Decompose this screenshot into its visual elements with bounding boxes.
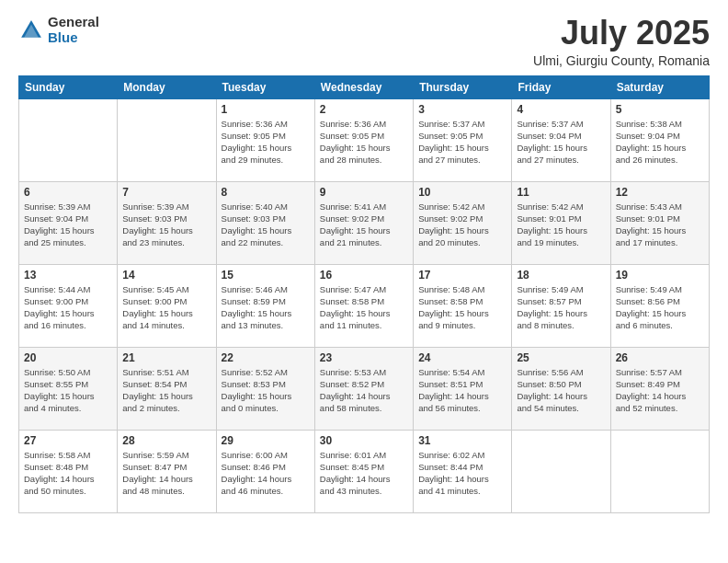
calendar-table: SundayMondayTuesdayWednesdayThursdayFrid…	[18, 75, 710, 513]
calendar-cell: 8Sunrise: 5:40 AM Sunset: 9:03 PM Daylig…	[216, 181, 314, 264]
day-number: 31	[418, 434, 506, 447]
calendar-day-header: Monday	[118, 75, 216, 98]
title-area: July 2025 Ulmi, Giurgiu County, Romania	[533, 15, 710, 68]
day-info: Sunrise: 5:37 AM Sunset: 9:04 PM Dayligh…	[517, 118, 605, 167]
day-info: Sunrise: 5:36 AM Sunset: 9:05 PM Dayligh…	[222, 118, 310, 167]
location-title: Ulmi, Giurgiu County, Romania	[533, 53, 710, 68]
day-number: 23	[320, 351, 408, 364]
calendar-day-header: Sunday	[19, 75, 118, 98]
calendar-cell: 7Sunrise: 5:39 AM Sunset: 9:03 PM Daylig…	[118, 181, 216, 264]
calendar-cell: 5Sunrise: 5:38 AM Sunset: 9:04 PM Daylig…	[610, 98, 709, 181]
month-title: July 2025	[533, 15, 710, 52]
calendar-day-header: Wednesday	[314, 75, 413, 98]
day-info: Sunrise: 5:38 AM Sunset: 9:04 PM Dayligh…	[616, 118, 704, 167]
day-number: 14	[122, 269, 210, 282]
calendar-day-header: Saturday	[610, 75, 709, 98]
day-number: 15	[222, 269, 310, 282]
day-number: 5	[616, 103, 704, 116]
day-info: Sunrise: 5:50 AM Sunset: 8:55 PM Dayligh…	[24, 366, 112, 415]
calendar-cell: 18Sunrise: 5:49 AM Sunset: 8:57 PM Dayli…	[512, 264, 610, 347]
calendar-week-row: 1Sunrise: 5:36 AM Sunset: 9:05 PM Daylig…	[19, 98, 710, 181]
calendar-cell: 14Sunrise: 5:45 AM Sunset: 9:00 PM Dayli…	[118, 264, 216, 347]
calendar-header-row: SundayMondayTuesdayWednesdayThursdayFrid…	[19, 75, 710, 98]
day-info: Sunrise: 5:36 AM Sunset: 9:05 PM Dayligh…	[320, 118, 408, 167]
day-info: Sunrise: 5:39 AM Sunset: 9:04 PM Dayligh…	[24, 201, 112, 249]
calendar-week-row: 27Sunrise: 5:58 AM Sunset: 8:48 PM Dayli…	[19, 430, 710, 512]
day-number: 10	[418, 186, 506, 199]
day-number: 24	[418, 351, 506, 364]
day-info: Sunrise: 6:02 AM Sunset: 8:44 PM Dayligh…	[418, 449, 506, 498]
page: General Blue July 2025 Ulmi, Giurgiu Cou…	[0, 0, 728, 563]
day-number: 12	[616, 186, 704, 199]
calendar-cell: 23Sunrise: 5:53 AM Sunset: 8:52 PM Dayli…	[314, 347, 413, 430]
day-info: Sunrise: 5:42 AM Sunset: 9:01 PM Dayligh…	[517, 201, 605, 249]
day-number: 1	[222, 103, 310, 116]
day-number: 18	[517, 269, 605, 282]
header: General Blue July 2025 Ulmi, Giurgiu Cou…	[18, 15, 710, 68]
calendar-cell	[610, 430, 709, 512]
day-info: Sunrise: 5:49 AM Sunset: 8:57 PM Dayligh…	[517, 283, 605, 332]
calendar-cell: 1Sunrise: 5:36 AM Sunset: 9:05 PM Daylig…	[216, 98, 314, 181]
day-info: Sunrise: 5:57 AM Sunset: 8:49 PM Dayligh…	[616, 366, 704, 415]
day-info: Sunrise: 5:54 AM Sunset: 8:51 PM Dayligh…	[418, 366, 506, 415]
calendar-cell: 4Sunrise: 5:37 AM Sunset: 9:04 PM Daylig…	[512, 98, 610, 181]
day-info: Sunrise: 5:51 AM Sunset: 8:54 PM Dayligh…	[122, 366, 210, 415]
day-number: 6	[24, 186, 112, 199]
calendar-cell: 12Sunrise: 5:43 AM Sunset: 9:01 PM Dayli…	[610, 181, 709, 264]
logo-icon	[18, 17, 44, 43]
calendar-week-row: 20Sunrise: 5:50 AM Sunset: 8:55 PM Dayli…	[19, 347, 710, 430]
day-number: 26	[616, 351, 704, 364]
calendar-cell: 24Sunrise: 5:54 AM Sunset: 8:51 PM Dayli…	[414, 347, 512, 430]
calendar-cell: 19Sunrise: 5:49 AM Sunset: 8:56 PM Dayli…	[610, 264, 709, 347]
calendar-cell: 17Sunrise: 5:48 AM Sunset: 8:58 PM Dayli…	[414, 264, 512, 347]
calendar-week-row: 13Sunrise: 5:44 AM Sunset: 9:00 PM Dayli…	[19, 264, 710, 347]
logo-blue-text: Blue	[48, 30, 99, 46]
calendar-cell	[118, 98, 216, 181]
day-info: Sunrise: 6:00 AM Sunset: 8:46 PM Dayligh…	[222, 449, 310, 498]
calendar-cell: 30Sunrise: 6:01 AM Sunset: 8:45 PM Dayli…	[314, 430, 413, 512]
day-info: Sunrise: 5:41 AM Sunset: 9:02 PM Dayligh…	[320, 201, 408, 249]
day-number: 3	[418, 103, 506, 116]
day-info: Sunrise: 5:53 AM Sunset: 8:52 PM Dayligh…	[320, 366, 408, 415]
day-info: Sunrise: 5:49 AM Sunset: 8:56 PM Dayligh…	[616, 283, 704, 332]
day-number: 22	[222, 351, 310, 364]
day-number: 16	[320, 269, 408, 282]
calendar-cell: 2Sunrise: 5:36 AM Sunset: 9:05 PM Daylig…	[314, 98, 413, 181]
day-number: 17	[418, 269, 506, 282]
day-number: 4	[517, 103, 605, 116]
logo-general-text: General	[48, 15, 99, 30]
calendar-cell: 15Sunrise: 5:46 AM Sunset: 8:59 PM Dayli…	[216, 264, 314, 347]
calendar-cell: 13Sunrise: 5:44 AM Sunset: 9:00 PM Dayli…	[19, 264, 118, 347]
calendar-week-row: 6Sunrise: 5:39 AM Sunset: 9:04 PM Daylig…	[19, 181, 710, 264]
calendar-cell: 16Sunrise: 5:47 AM Sunset: 8:58 PM Dayli…	[314, 264, 413, 347]
day-info: Sunrise: 5:52 AM Sunset: 8:53 PM Dayligh…	[222, 366, 310, 415]
day-info: Sunrise: 5:43 AM Sunset: 9:01 PM Dayligh…	[616, 201, 704, 249]
calendar-cell: 10Sunrise: 5:42 AM Sunset: 9:02 PM Dayli…	[414, 181, 512, 264]
day-number: 30	[320, 434, 408, 447]
day-number: 13	[24, 269, 112, 282]
day-number: 9	[320, 186, 408, 199]
calendar-cell: 26Sunrise: 5:57 AM Sunset: 8:49 PM Dayli…	[610, 347, 709, 430]
calendar-cell	[512, 430, 610, 512]
calendar-day-header: Friday	[512, 75, 610, 98]
day-info: Sunrise: 5:40 AM Sunset: 9:03 PM Dayligh…	[222, 201, 310, 249]
day-info: Sunrise: 5:39 AM Sunset: 9:03 PM Dayligh…	[122, 201, 210, 249]
calendar-cell: 6Sunrise: 5:39 AM Sunset: 9:04 PM Daylig…	[19, 181, 118, 264]
day-info: Sunrise: 5:44 AM Sunset: 9:00 PM Dayligh…	[24, 283, 112, 332]
calendar-cell	[19, 98, 118, 181]
logo-text: General Blue	[48, 15, 99, 45]
day-info: Sunrise: 5:46 AM Sunset: 8:59 PM Dayligh…	[222, 283, 310, 332]
calendar-cell: 3Sunrise: 5:37 AM Sunset: 9:05 PM Daylig…	[414, 98, 512, 181]
day-number: 8	[222, 186, 310, 199]
day-info: Sunrise: 5:47 AM Sunset: 8:58 PM Dayligh…	[320, 283, 408, 332]
day-number: 20	[24, 351, 112, 364]
day-number: 2	[320, 103, 408, 116]
day-info: Sunrise: 5:59 AM Sunset: 8:47 PM Dayligh…	[122, 449, 210, 498]
calendar-day-header: Thursday	[414, 75, 512, 98]
calendar-cell: 11Sunrise: 5:42 AM Sunset: 9:01 PM Dayli…	[512, 181, 610, 264]
calendar-cell: 25Sunrise: 5:56 AM Sunset: 8:50 PM Dayli…	[512, 347, 610, 430]
day-number: 29	[222, 434, 310, 447]
day-info: Sunrise: 6:01 AM Sunset: 8:45 PM Dayligh…	[320, 449, 408, 498]
day-info: Sunrise: 5:56 AM Sunset: 8:50 PM Dayligh…	[517, 366, 605, 415]
calendar-day-header: Tuesday	[216, 75, 314, 98]
